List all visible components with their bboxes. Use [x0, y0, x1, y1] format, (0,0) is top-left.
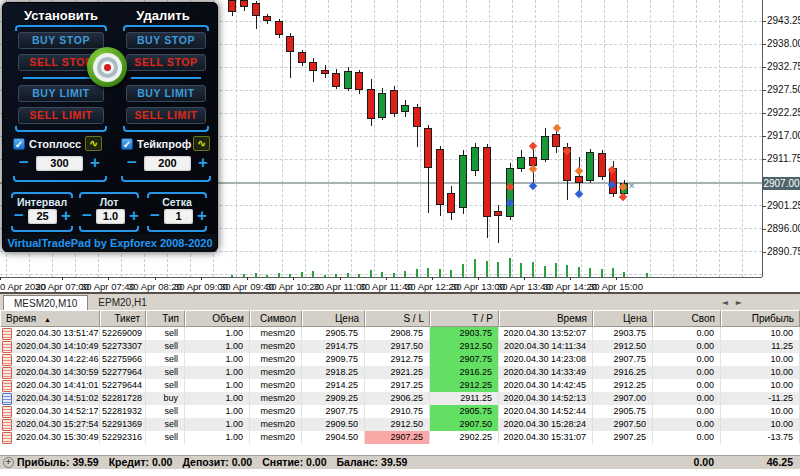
- remove-buy-limit-button[interactable]: BUY LIMIT: [126, 85, 206, 102]
- lot-plus-button[interactable]: +: [126, 208, 142, 226]
- gridline-vertical: [328, 0, 329, 277]
- remove-sell-stop-button[interactable]: SELL STOP: [126, 54, 206, 71]
- gridline-vertical: [259, 0, 260, 277]
- volume-bar: [450, 270, 452, 277]
- lot-value-field[interactable]: 1.0: [96, 209, 125, 224]
- candle-body: [575, 176, 583, 183]
- expand-icon[interactable]: +: [3, 457, 14, 468]
- summary-item: Прибыль: 39.59: [17, 456, 99, 468]
- takeprofit-value-field[interactable]: 200: [144, 156, 191, 171]
- stoploss-checkbox[interactable]: ✓: [13, 138, 25, 150]
- column-header-11[interactable]: Своп: [653, 310, 721, 327]
- time-tick-label: 30 Apr 10:20: [266, 281, 320, 292]
- candle-body: [541, 136, 549, 160]
- stoploss-plus-button[interactable]: +: [87, 155, 103, 173]
- remove-sell-limit-button[interactable]: SELL LIMIT: [126, 107, 206, 124]
- history-row[interactable]: 2020.04.30 14:41:0152279644sell1.00mesm2…: [0, 379, 800, 392]
- volume-bar: [601, 269, 603, 277]
- history-row[interactable]: 2020.04.30 15:27:5452291369sell1.00mesm2…: [0, 418, 800, 431]
- column-header-10[interactable]: Цена: [593, 310, 653, 327]
- cell-прибыль: 10.00: [721, 353, 800, 366]
- candle-body: [263, 16, 271, 21]
- cell-цена: 2907.25: [593, 431, 653, 444]
- price-tick-label: 2890.75: [767, 246, 800, 257]
- grid-plus-button[interactable]: +: [194, 208, 210, 226]
- trailing-profit-icon[interactable]: ∿: [193, 136, 210, 151]
- volume-bar: [462, 264, 464, 277]
- bracket-decoration: [13, 176, 107, 182]
- cell-символ: mesm20: [250, 392, 302, 405]
- stoploss-minus-button[interactable]: −: [16, 155, 32, 173]
- column-header-9[interactable]: Время: [499, 310, 593, 327]
- tab-epm20-h1[interactable]: EPM20,H1: [88, 295, 156, 310]
- interval-plus-button[interactable]: +: [58, 208, 74, 226]
- cell-цена: 2904.50: [302, 431, 365, 444]
- column-header-1[interactable]: Время▲: [0, 310, 100, 327]
- cell-прибыль: -13.75: [721, 431, 800, 444]
- interval-minus-button[interactable]: −: [11, 208, 27, 226]
- takeprofit-checkbox[interactable]: ✓: [121, 138, 133, 150]
- time-tick: [524, 277, 525, 280]
- remove-buy-stop-button[interactable]: BUY STOP: [126, 32, 206, 49]
- gridline-vertical: [604, 0, 605, 277]
- gridline-vertical: [374, 0, 375, 277]
- cell-символ: mesm20: [250, 405, 302, 418]
- column-header-6[interactable]: Цена: [302, 310, 365, 327]
- cell-объем: 1.00: [185, 327, 250, 340]
- cell-символ: mesm20: [250, 418, 302, 431]
- tab-scroll-right-icon[interactable]: ►: [736, 298, 750, 307]
- column-header-5[interactable]: Символ: [250, 310, 302, 327]
- history-row[interactable]: 2020.04.30 14:30:5952277964sell1.00mesm2…: [0, 366, 800, 379]
- bracket-decoration: [123, 126, 209, 132]
- takeprofit-label: Тейкпроф: [137, 137, 191, 151]
- time-tick-label: 30 Apr 07:40: [81, 281, 135, 292]
- takeprofit-plus-button[interactable]: +: [195, 155, 211, 173]
- history-row[interactable]: 2020.04.30 15:30:4952292316sell1.00mesm2…: [0, 431, 800, 444]
- column-header-12[interactable]: Прибыль: [721, 310, 800, 327]
- cell-время: 2020.04.30 15:31:07: [499, 431, 593, 444]
- cell-цена: 2907.50: [593, 418, 653, 431]
- column-header-7[interactable]: S / L: [365, 310, 430, 327]
- history-row[interactable]: 2020.04.30 14:10:4952273307sell1.00mesm2…: [0, 340, 800, 353]
- volume-bar: [474, 259, 476, 277]
- history-row[interactable]: 2020.04.30 14:22:4652275966sell1.00mesm2…: [0, 353, 800, 366]
- candle-body: [332, 73, 340, 87]
- column-header-8[interactable]: T / P: [430, 310, 499, 327]
- install-buy-stop-button[interactable]: BUY STOP: [18, 32, 104, 49]
- history-row[interactable]: 2020.04.30 14:52:1752281932sell1.00mesm2…: [0, 405, 800, 418]
- cell-цена: 2912.50: [593, 340, 653, 353]
- cell-объем: 1.00: [185, 379, 250, 392]
- cell-время: 2020.04.30 14:22:46: [0, 353, 100, 366]
- interval-value-field[interactable]: 25: [28, 209, 57, 224]
- column-header-4[interactable]: Объем: [185, 310, 250, 327]
- history-row[interactable]: 2020.04.30 14:51:0252281728buy1.00mesm20…: [0, 392, 800, 405]
- stoploss-value-field[interactable]: 300: [36, 156, 83, 171]
- tab-scroll-left-icon[interactable]: ◄: [722, 298, 736, 307]
- cell-цена: 2907.00: [593, 392, 653, 405]
- tab-mesm20-m10[interactable]: MESM20,M10: [3, 295, 88, 310]
- candle-body: [436, 149, 444, 205]
- column-header-3[interactable]: Тип: [146, 310, 185, 327]
- cell-время: 2020.04.30 14:52:17: [0, 405, 100, 418]
- gridline-vertical: [719, 0, 720, 277]
- cell-тип: sell: [146, 418, 185, 431]
- install-sell-limit-button[interactable]: SELL LIMIT: [18, 107, 104, 124]
- install-buy-limit-button[interactable]: BUY LIMIT: [18, 85, 104, 102]
- gridline-vertical: [696, 0, 697, 277]
- cell-объем: 1.00: [185, 353, 250, 366]
- volume-bar: [520, 263, 522, 277]
- history-row[interactable]: 2020.04.30 13:51:4752269009sell1.00mesm2…: [0, 327, 800, 340]
- lot-minus-button[interactable]: −: [79, 208, 95, 226]
- candle-body: [298, 52, 306, 63]
- gridline-vertical: [742, 0, 743, 277]
- cell-тикет: 52273307: [100, 340, 146, 353]
- trailing-stop-icon[interactable]: ∿: [85, 136, 102, 151]
- grid-value-field[interactable]: 1: [164, 209, 193, 224]
- grid-minus-button[interactable]: −: [147, 208, 163, 226]
- column-header-2[interactable]: Тикет: [100, 310, 146, 327]
- takeprofit-minus-button[interactable]: −: [124, 155, 140, 173]
- gridline-vertical: [489, 0, 490, 277]
- stoploss-label: Стоплосс: [29, 137, 81, 151]
- cell-цена: 2916.25: [593, 366, 653, 379]
- cell-прибыль: 11.25: [721, 340, 800, 353]
